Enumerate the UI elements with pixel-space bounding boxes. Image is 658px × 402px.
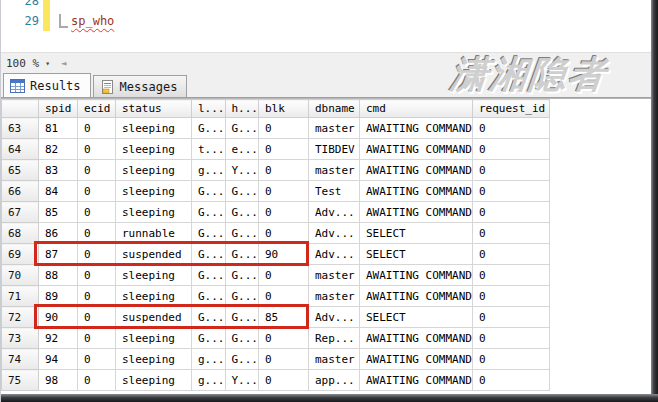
cell-request_id[interactable]: 0	[472, 181, 549, 202]
cell-request_id[interactable]: 0	[472, 265, 549, 286]
cell-l[interactable]: G...	[192, 202, 226, 223]
row-number[interactable]: 64	[2, 139, 39, 160]
cell-h[interactable]: G...	[225, 307, 259, 328]
cell-ecid[interactable]: 0	[78, 244, 116, 265]
cell-ecid[interactable]: 0	[78, 307, 116, 328]
cell-ecid[interactable]: 0	[78, 160, 116, 181]
code-text-sp-who[interactable]: sp_who	[71, 14, 114, 28]
cell-h[interactable]: G...	[225, 181, 259, 202]
row-number[interactable]: 70	[2, 265, 39, 286]
cell-cmd[interactable]: AWAITING COMMAND	[360, 139, 473, 160]
cell-request_id[interactable]: 0	[472, 286, 549, 307]
cell-cmd[interactable]: AWAITING COMMAND	[360, 202, 473, 223]
cell-h[interactable]: G...	[225, 265, 259, 286]
cell-dbname[interactable]: Adv...	[309, 202, 360, 223]
cell-status[interactable]: sleeping	[116, 370, 192, 391]
cell-cmd[interactable]: AWAITING COMMAND	[360, 181, 473, 202]
cell-ecid[interactable]: 0	[78, 118, 116, 139]
cell-status[interactable]: sleeping	[116, 160, 192, 181]
cell-ecid[interactable]: 0	[78, 181, 116, 202]
cell-request_id[interactable]: 0	[472, 370, 549, 391]
row-number[interactable]: 63	[2, 118, 39, 139]
cell-status[interactable]: sleeping	[116, 118, 192, 139]
cell-dbname[interactable]: master	[309, 286, 360, 307]
tab-messages[interactable]: Messages	[93, 75, 188, 97]
cell-spid[interactable]: 84	[39, 181, 78, 202]
cell-cmd[interactable]: SELECT	[360, 307, 473, 328]
row-number[interactable]: 73	[2, 328, 39, 349]
column-header-l...[interactable]: l...	[192, 100, 226, 118]
tab-results[interactable]: Results	[3, 73, 91, 97]
row-number[interactable]: 72	[2, 307, 39, 328]
cell-cmd[interactable]: AWAITING COMMAND	[360, 349, 473, 370]
row-number[interactable]: 75	[2, 370, 39, 391]
cell-status[interactable]: sleeping	[116, 265, 192, 286]
cell-h[interactable]: Y...	[225, 160, 259, 181]
cell-request_id[interactable]: 0	[472, 202, 549, 223]
cell-h[interactable]: e...	[225, 139, 259, 160]
cell-spid[interactable]: 82	[39, 139, 78, 160]
cell-l[interactable]: G...	[192, 118, 226, 139]
cell-request_id[interactable]: 0	[472, 328, 549, 349]
cell-cmd[interactable]: SELECT	[360, 223, 473, 244]
cell-h[interactable]: G...	[225, 328, 259, 349]
row-number[interactable]: 66	[2, 181, 39, 202]
zoom-dropdown[interactable]: 100 % ▾	[1, 53, 55, 73]
cell-blk[interactable]: 0	[259, 370, 309, 391]
cell-blk[interactable]: 0	[259, 160, 309, 181]
column-header-cmd[interactable]: cmd	[360, 100, 473, 118]
cell-spid[interactable]: 88	[39, 265, 78, 286]
cell-blk[interactable]: 0	[259, 202, 309, 223]
cell-spid[interactable]: 86	[39, 223, 78, 244]
cell-request_id[interactable]: 0	[472, 307, 549, 328]
cell-h[interactable]: Y...	[225, 370, 259, 391]
column-header-status[interactable]: status	[116, 100, 192, 118]
cell-blk[interactable]: 90	[259, 244, 309, 265]
cell-blk[interactable]: 0	[259, 349, 309, 370]
column-header-dbname[interactable]: dbname	[309, 100, 360, 118]
cell-status[interactable]: sleeping	[116, 328, 192, 349]
cell-spid[interactable]: 83	[39, 160, 78, 181]
cell-request_id[interactable]: 0	[472, 223, 549, 244]
scrollbar-left-arrow-icon[interactable]: ◄	[61, 58, 66, 68]
cell-l[interactable]: G...	[192, 307, 226, 328]
cell-request_id[interactable]: 0	[472, 118, 549, 139]
cell-spid[interactable]: 98	[39, 370, 78, 391]
cell-spid[interactable]: 92	[39, 328, 78, 349]
cell-l[interactable]: G...	[192, 223, 226, 244]
cell-dbname[interactable]: master	[309, 265, 360, 286]
cell-dbname[interactable]: Adv...	[309, 244, 360, 265]
cell-ecid[interactable]: 0	[78, 370, 116, 391]
cell-ecid[interactable]: 0	[78, 223, 116, 244]
cell-h[interactable]: G...	[225, 349, 259, 370]
query-editor[interactable]: 28 29 sp_who	[1, 0, 658, 52]
cell-l[interactable]: G...	[192, 244, 226, 265]
cell-l[interactable]: G...	[192, 181, 226, 202]
cell-blk[interactable]: 0	[259, 223, 309, 244]
cell-cmd[interactable]: AWAITING COMMAND	[360, 370, 473, 391]
row-number[interactable]: 71	[2, 286, 39, 307]
cell-request_id[interactable]: 0	[472, 139, 549, 160]
cell-spid[interactable]: 94	[39, 349, 78, 370]
cell-dbname[interactable]: TIBDEV	[309, 139, 360, 160]
cell-ecid[interactable]: 0	[78, 286, 116, 307]
cell-h[interactable]: G...	[225, 244, 259, 265]
cell-dbname[interactable]: master	[309, 349, 360, 370]
cell-status[interactable]: sleeping	[116, 202, 192, 223]
column-header-spid[interactable]: spid	[39, 100, 78, 118]
cell-blk[interactable]: 0	[259, 118, 309, 139]
cell-h[interactable]: G...	[225, 223, 259, 244]
cell-status[interactable]: sleeping	[116, 139, 192, 160]
cell-spid[interactable]: 89	[39, 286, 78, 307]
cell-spid[interactable]: 87	[39, 244, 78, 265]
cell-dbname[interactable]: master	[309, 160, 360, 181]
cell-status[interactable]: suspended	[116, 244, 192, 265]
cell-request_id[interactable]: 0	[472, 160, 549, 181]
cell-blk[interactable]: 0	[259, 328, 309, 349]
cell-cmd[interactable]: AWAITING COMMAND	[360, 265, 473, 286]
cell-cmd[interactable]: SELECT	[360, 244, 473, 265]
cell-request_id[interactable]: 0	[472, 349, 549, 370]
cell-blk[interactable]: 0	[259, 286, 309, 307]
cell-ecid[interactable]: 0	[78, 328, 116, 349]
cell-l[interactable]: G...	[192, 286, 226, 307]
